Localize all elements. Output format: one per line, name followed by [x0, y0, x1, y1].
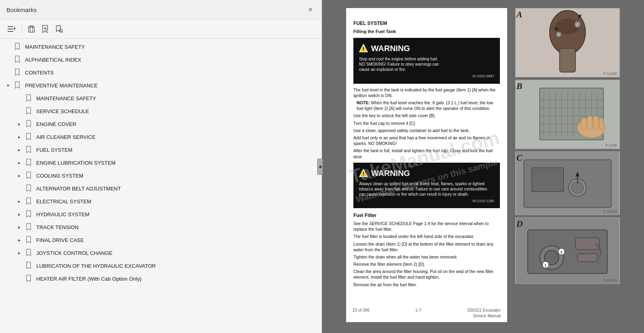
note-1: NOTE: When the fuel level reaches the .8…: [353, 100, 500, 111]
warning-box-2: ! WARNING Always clean up spilled fuel o…: [353, 163, 500, 209]
bookmark-item[interactable]: ► COOLING SYSTEM: [0, 169, 322, 182]
bookmarks-panel: Bookmarks ×: [0, 0, 322, 333]
close-button[interactable]: ×: [305, 5, 315, 14]
bookmark-flag-icon: [26, 249, 33, 257]
bookmark-label: COOLING SYSTEM: [36, 173, 315, 179]
bookmark-item[interactable]: ► TRACK TENSION: [0, 221, 322, 234]
bookmark-item[interactable]: ▼ PREVENTIVE MAINTENANCE: [0, 79, 322, 92]
bookmark-flag-icon: [26, 146, 33, 154]
bookmark-flag-icon: [26, 94, 33, 102]
bookmark-item[interactable]: ► AIR CLEANER SERVICE: [0, 130, 322, 143]
bookmark-label: TRACK TENSION: [36, 224, 315, 230]
bookmark-label: ENGINE LUBRICATION SYSTEM: [36, 160, 315, 166]
image-b-svg: [516, 80, 619, 149]
expand-arrow[interactable]: [5, 43, 11, 50]
expand-arrow[interactable]: ►: [16, 121, 23, 127]
page-footer: 23 of 396 -1-7- 320/322 Excavator Servic…: [346, 308, 507, 319]
svg-rect-48: [582, 118, 586, 130]
bookmark-item[interactable]: MAINTENANCE SAFETY: [0, 92, 322, 105]
bookmark-item[interactable]: ► FUEL SYSTEM: [0, 143, 322, 156]
bookmark-item[interactable]: CONTENTS: [0, 66, 322, 79]
para-6: After the tank is full, install and tigh…: [353, 148, 500, 159]
svg-rect-60: [528, 230, 607, 274]
collapse-panel-button[interactable]: ◀: [317, 159, 323, 175]
trash-icon: [28, 25, 35, 33]
bookmarks-list[interactable]: MAINTENANCE SAFETY ALPHABETICAL INDEX CO…: [0, 39, 322, 333]
expand-arrow[interactable]: [16, 108, 23, 114]
bookmark-item[interactable]: ► HYDRAULIC SYSTEM: [0, 208, 322, 221]
bookmark-flag-icon: [26, 210, 33, 218]
svg-line-15: [62, 32, 63, 33]
expand-arrow[interactable]: [16, 185, 23, 192]
bookmark-item[interactable]: MAINTENANCE SAFETY: [0, 40, 322, 53]
expand-arrow[interactable]: [16, 275, 23, 282]
image-d-svg: 1 2: [516, 218, 619, 283]
para-2: Use the key to unlock the left side cove…: [353, 113, 500, 118]
svg-text:1: 1: [557, 33, 559, 37]
expand-arrow[interactable]: ►: [16, 237, 23, 243]
find-bookmark-button[interactable]: [53, 23, 66, 35]
page-images: A 2 1: [515, 8, 620, 284]
bookmark-label: FINAL DRIVE CASE: [36, 237, 315, 243]
view-options-button[interactable]: [5, 24, 19, 34]
expand-arrow[interactable]: ►: [16, 224, 23, 230]
image-a-code: P-11035: [603, 72, 617, 76]
expand-arrow[interactable]: ►: [16, 134, 23, 140]
bookmark-item[interactable]: ALTERNATOR BELT ADJUSTMENT: [0, 182, 322, 195]
manual-name: 320/322 Excavator Service Manual: [467, 308, 501, 319]
expand-arrow[interactable]: ►: [16, 172, 23, 179]
bookmark-flag-icon: [14, 68, 22, 77]
expand-arrow[interactable]: [5, 69, 11, 76]
image-c-label: C: [516, 153, 522, 163]
bookmark-item[interactable]: HEATER AIR FILTER (With Cab Option Only): [0, 272, 322, 285]
image-c-svg: [516, 152, 619, 215]
para-3: Turn the fuel cap to remove it [C].: [353, 120, 500, 126]
warning-title-2: ! WARNING: [359, 168, 494, 179]
bookmark-item[interactable]: ► ENGINE COVER: [0, 118, 322, 130]
delete-bookmark-button[interactable]: [25, 23, 37, 35]
bookmark-flag-icon: [14, 43, 22, 51]
bookmark-label: HYDRAULIC SYSTEM: [36, 211, 315, 217]
bookmark-item[interactable]: ► ELECTRICAL SYSTEM: [0, 195, 322, 208]
svg-rect-50: [593, 116, 598, 130]
add-bookmark-button[interactable]: [39, 23, 51, 35]
expand-arrow[interactable]: [16, 95, 23, 101]
bookmark-flag-icon: [26, 133, 33, 141]
bookmark-item[interactable]: ► JOYSTICK CONTROL CHANGE: [0, 246, 322, 259]
warning-code-2: W-2103-1285: [359, 199, 494, 204]
image-d-code: P-11065: [603, 278, 617, 282]
bookmark-label: AIR CLEANER SERVICE: [36, 134, 315, 140]
warning-body-1: Stop and cool the engine before adding f…: [359, 56, 494, 72]
bookmarks-toolbar: [0, 20, 322, 39]
expand-arrow[interactable]: ►: [16, 159, 23, 166]
expand-arrow[interactable]: ►: [16, 250, 23, 256]
bookmark-item[interactable]: ► FINAL DRIVE CASE: [0, 234, 322, 246]
image-c: C P-11064: [515, 151, 620, 215]
bookmark-flag-icon: [26, 236, 33, 244]
bookmark-flag-icon: [26, 172, 33, 180]
svg-rect-0: [8, 26, 13, 27]
bookmark-item[interactable]: SERVICE SCHEDULE: [0, 105, 322, 118]
bookmark-label: CONTENTS: [25, 70, 315, 76]
bookmark-flag-icon: [26, 159, 33, 167]
svg-rect-1: [8, 29, 13, 29]
manual-ref: -1-7-: [414, 308, 423, 319]
svg-marker-3: [14, 27, 16, 30]
image-b-label: B: [516, 81, 522, 91]
expand-arrow[interactable]: ►: [16, 211, 23, 217]
bookmark-item[interactable]: LUBRICATION OF THE HYDRAULIC EXCAVATOR: [0, 259, 322, 272]
bookmark-label: SERVICE SCHEDULE: [36, 108, 315, 114]
bookmark-flag-icon: [26, 107, 33, 115]
svg-text:!: !: [363, 46, 364, 52]
bookmark-flag-icon: [26, 197, 33, 205]
expand-arrow[interactable]: [5, 56, 11, 63]
bookmark-item[interactable]: ALPHABETICAL INDEX: [0, 53, 322, 66]
expand-arrow[interactable]: ►: [16, 198, 23, 205]
image-a-label: A: [516, 9, 522, 20]
bookmark-item[interactable]: ► ENGINE LUBRICATION SYSTEM: [0, 156, 322, 169]
warning-triangle-icon-1: !: [359, 44, 368, 53]
expand-arrow[interactable]: ▼: [5, 82, 11, 89]
expand-arrow[interactable]: [16, 263, 23, 269]
expand-arrow[interactable]: ►: [16, 147, 23, 153]
image-a: A 2 1: [515, 8, 620, 77]
